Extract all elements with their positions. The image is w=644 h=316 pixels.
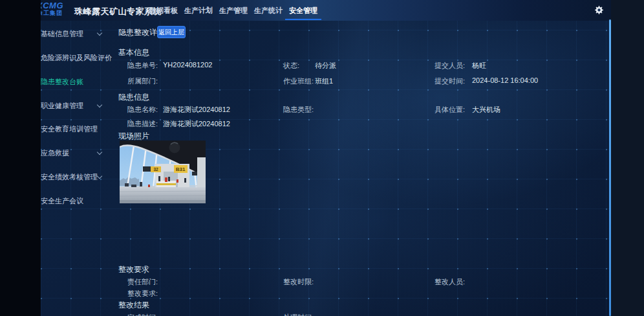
nav-item-dashboard[interactable]: 数据看板: [148, 0, 179, 21]
field-submitter: 提交人员: 杨旺: [435, 61, 486, 71]
app-window: XCMG 徐工集团 珠峰露天矿山专家系统 | 数据看板 生产计划 生产管理 生产…: [41, 0, 611, 316]
sidebar-item-label: 安全绩效考核管理: [41, 173, 98, 181]
xcmg-logo-text: XCMG: [41, 1, 77, 10]
field-responsible-department: 责任部门:: [127, 277, 163, 287]
field-location: 具体位置: 大兴机场: [435, 105, 500, 115]
top-navbar: XCMG 徐工集团 珠峰露天矿山专家系统 | 数据看板 生产计划 生产管理 生产…: [41, 0, 611, 21]
site-photo-thumbnail[interactable]: 32 B31: [120, 141, 206, 203]
nav-item-production-plan[interactable]: 生产计划: [183, 0, 214, 21]
field-hazard-type: 隐患类型:: [283, 105, 315, 115]
chevron-down-icon: [97, 174, 102, 179]
section-title-basic-info: 基本信息: [118, 47, 149, 58]
field-hazard-number: 隐患单号: YH2024081202: [127, 61, 212, 71]
field-value: 班组1: [315, 76, 333, 86]
gate-sign-left: 32: [153, 167, 158, 172]
gear-glyph: [595, 6, 603, 14]
nav-item-safety-mgmt[interactable]: 安全管理: [288, 0, 319, 21]
section-title-rectification-result: 整改结果: [118, 300, 149, 311]
sidebar-item-basic-info[interactable]: 基础信息管理: [41, 29, 117, 38]
section-title-rectification-requirement: 整改要求: [118, 264, 149, 275]
title-divider: |: [141, 5, 143, 14]
field-processing-time: 处理时间:: [283, 313, 315, 316]
sidebar-item-safety-meeting[interactable]: 安全生产会议: [41, 196, 117, 205]
field-completion-time: 完成时间:: [127, 313, 163, 316]
field-value: 杨旺: [472, 61, 486, 71]
field-label: 隐患单号:: [127, 61, 163, 71]
field-label: 隐患描述:: [127, 119, 163, 129]
field-label: 作业班组:: [283, 76, 315, 86]
xcmg-logo: XCMG 徐工集团: [41, 1, 77, 16]
nav-item-production-mgmt[interactable]: 生产管理: [218, 0, 249, 21]
top-nav-menu: 数据看板 生产计划 生产管理 生产统计 安全管理: [148, 0, 319, 21]
field-rectification-personnel: 整改人员:: [435, 277, 472, 287]
field-label: 所属部门:: [127, 76, 163, 86]
field-row: 所属部门: 作业班组: 班组1 提交时间: 2024-08-12 16:04:0…: [41, 76, 611, 85]
field-label: 隐患类型:: [283, 105, 315, 115]
sidebar-item-label: 安全生产会议: [41, 197, 83, 205]
field-label: 提交人员:: [435, 61, 472, 71]
field-rectification-deadline: 整改时限:: [283, 277, 315, 287]
field-label: 状态:: [283, 61, 315, 71]
field-value: YH2024081202: [163, 61, 212, 71]
field-status: 状态: 待分派: [283, 61, 336, 71]
field-hazard-description: 隐患描述: 游海花测试20240812: [127, 119, 230, 129]
field-submit-time: 提交时间: 2024-08-12 16:04:00: [435, 76, 538, 86]
chevron-down-icon: [97, 30, 102, 36]
sidebar-item-emergency-rescue[interactable]: 应急救援: [41, 148, 117, 157]
back-button[interactable]: 返回上层: [157, 26, 186, 38]
field-label: 具体位置:: [435, 105, 472, 115]
field-label: 责任部门:: [127, 277, 163, 287]
status-badge: 待分派: [315, 61, 336, 71]
field-label: 完成时间:: [127, 313, 163, 316]
field-row: 责任部门: 整改时限: 整改人员:: [41, 277, 611, 286]
gear-icon[interactable]: [594, 5, 604, 15]
field-rectification-requirement: 整改要求:: [127, 289, 163, 299]
field-value: 游海花测试20240812: [163, 119, 230, 129]
nav-item-production-stats[interactable]: 生产统计: [253, 0, 284, 21]
field-label: 处理时间:: [283, 313, 315, 316]
gate-sign-right: B31: [176, 166, 186, 172]
field-hazard-name: 隐患名称: 游海花测试20240812: [127, 105, 230, 115]
field-row: 完成时间: 处理时间:: [41, 313, 611, 316]
field-row: 隐患描述: 游海花测试20240812: [41, 119, 611, 128]
field-value: 游海花测试20240812: [163, 105, 230, 115]
sidebar-item-performance-assessment[interactable]: 安全绩效考核管理: [41, 172, 117, 181]
sidebar-item-label: 应急救援: [41, 149, 69, 157]
field-label: 提交时间:: [435, 76, 472, 86]
field-value: 2024-08-12 16:04:00: [472, 76, 538, 86]
section-title-hazard-info: 隐患信息: [118, 92, 149, 103]
field-work-team: 作业班组: 班组1: [283, 76, 333, 86]
field-department: 所属部门:: [127, 76, 163, 86]
field-row: 整改要求:: [41, 289, 611, 298]
field-label: 整改要求:: [127, 289, 163, 299]
field-value: 大兴机场: [472, 105, 500, 115]
sidebar-item-label: 基础信息管理: [41, 30, 83, 38]
field-label: 整改时限:: [283, 277, 315, 287]
field-label: 隐患名称:: [127, 105, 163, 115]
field-row: 隐患名称: 游海花测试20240812 隐患类型: 具体位置: 大兴机场: [41, 105, 611, 114]
field-label: 整改人员:: [435, 277, 472, 287]
field-row: 隐患单号: YH2024081202 状态: 待分派 提交人员: 杨旺: [41, 61, 611, 70]
screen-right-margin: [611, 0, 644, 316]
xcmg-logo-cn: 徐工集团: [41, 10, 77, 16]
chevron-down-icon: [97, 150, 102, 155]
